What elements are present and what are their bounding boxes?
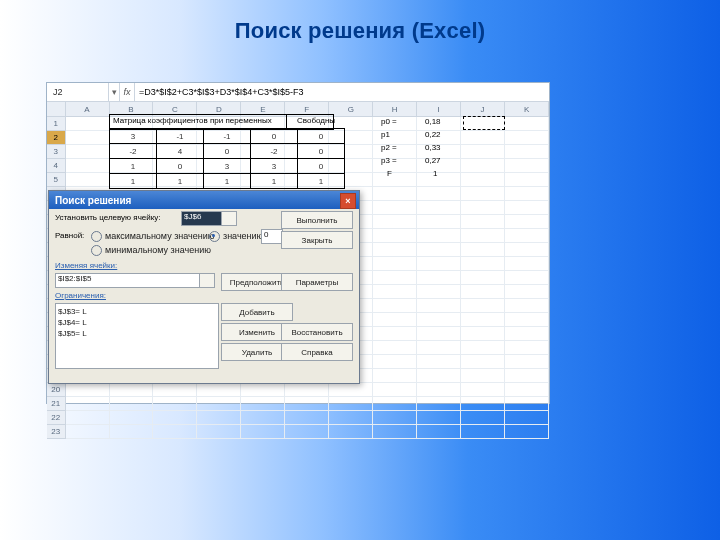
constraints-list[interactable]: $J$3= L $J$4= L $J$5= L — [55, 303, 219, 369]
cell[interactable] — [66, 397, 110, 411]
cell[interactable] — [373, 355, 417, 369]
cell[interactable] — [110, 383, 154, 397]
cell[interactable] — [373, 341, 417, 355]
row-header[interactable]: 3 — [47, 145, 66, 159]
cell[interactable] — [197, 425, 241, 439]
cell[interactable] — [461, 257, 505, 271]
cell[interactable] — [66, 131, 110, 145]
cell[interactable] — [285, 411, 329, 425]
cell[interactable] — [417, 369, 461, 383]
cell[interactable] — [417, 397, 461, 411]
cell[interactable] — [153, 411, 197, 425]
cell[interactable] — [197, 411, 241, 425]
cell[interactable] — [241, 425, 285, 439]
col-header[interactable]: I — [417, 102, 461, 117]
cell[interactable] — [505, 201, 549, 215]
row-header[interactable]: 22 — [47, 411, 66, 425]
cell[interactable] — [461, 187, 505, 201]
cell[interactable] — [505, 313, 549, 327]
range-picker-icon[interactable] — [199, 273, 215, 288]
cell[interactable] — [417, 313, 461, 327]
cell[interactable] — [373, 299, 417, 313]
constraint-item[interactable]: $J$5= L — [58, 328, 216, 339]
cell[interactable] — [241, 383, 285, 397]
cell[interactable] — [329, 397, 373, 411]
cell[interactable] — [417, 271, 461, 285]
cell[interactable] — [461, 299, 505, 313]
cell[interactable] — [461, 271, 505, 285]
cell[interactable] — [329, 425, 373, 439]
cell[interactable] — [373, 257, 417, 271]
cell[interactable] — [373, 285, 417, 299]
cell[interactable] — [110, 425, 154, 439]
cell[interactable] — [285, 397, 329, 411]
cell[interactable] — [461, 327, 505, 341]
cell[interactable] — [241, 411, 285, 425]
row-header[interactable]: 1 — [47, 117, 66, 131]
cell[interactable] — [417, 411, 461, 425]
cell[interactable] — [417, 173, 461, 187]
cell[interactable] — [461, 425, 505, 439]
row-header[interactable]: 21 — [47, 397, 66, 411]
range-picker-icon[interactable] — [221, 211, 237, 226]
cell[interactable] — [505, 215, 549, 229]
changing-cells-input[interactable]: $I$2:$I$5 — [55, 273, 201, 288]
cell[interactable] — [373, 271, 417, 285]
constraint-item[interactable]: $J$4= L — [58, 317, 216, 328]
cell[interactable] — [66, 117, 110, 131]
cell[interactable] — [66, 173, 110, 187]
row-header[interactable]: 2 — [47, 131, 66, 145]
cell[interactable] — [461, 173, 505, 187]
cell[interactable] — [373, 313, 417, 327]
radio-value[interactable] — [209, 231, 220, 242]
cell[interactable] — [505, 187, 549, 201]
cell[interactable] — [417, 355, 461, 369]
cell[interactable] — [373, 327, 417, 341]
value-input[interactable]: 0 — [261, 229, 283, 244]
cell[interactable] — [505, 327, 549, 341]
name-dropdown-icon[interactable]: ▾ — [109, 87, 119, 97]
cell[interactable] — [373, 215, 417, 229]
cell[interactable] — [153, 397, 197, 411]
cell[interactable] — [417, 243, 461, 257]
cell[interactable] — [461, 215, 505, 229]
cell[interactable] — [461, 159, 505, 173]
cell[interactable] — [461, 229, 505, 243]
cell[interactable] — [417, 327, 461, 341]
cell[interactable] — [505, 229, 549, 243]
cell[interactable] — [461, 411, 505, 425]
params-button[interactable]: Параметры — [281, 273, 353, 291]
cell[interactable] — [461, 243, 505, 257]
cell[interactable] — [505, 397, 549, 411]
cell[interactable] — [417, 383, 461, 397]
cell[interactable] — [197, 383, 241, 397]
cell[interactable] — [373, 425, 417, 439]
cell[interactable] — [373, 369, 417, 383]
cell[interactable] — [417, 257, 461, 271]
cell[interactable] — [505, 257, 549, 271]
col-header[interactable]: H — [373, 102, 417, 117]
cell[interactable] — [461, 355, 505, 369]
cell[interactable] — [373, 243, 417, 257]
row-header[interactable]: 4 — [47, 159, 66, 173]
cell[interactable] — [329, 411, 373, 425]
cell[interactable] — [417, 285, 461, 299]
target-cell-input[interactable]: $J$6 — [181, 211, 223, 226]
cell[interactable] — [241, 397, 285, 411]
cell[interactable] — [153, 425, 197, 439]
close-button[interactable]: Закрыть — [281, 231, 353, 249]
cell[interactable] — [461, 369, 505, 383]
reset-button[interactable]: Восстановить — [281, 323, 353, 341]
cell[interactable] — [461, 341, 505, 355]
cell[interactable] — [110, 397, 154, 411]
add-button[interactable]: Добавить — [221, 303, 293, 321]
cell[interactable] — [66, 411, 110, 425]
cell[interactable] — [417, 299, 461, 313]
cell[interactable] — [505, 285, 549, 299]
cell[interactable] — [373, 201, 417, 215]
cell[interactable] — [197, 397, 241, 411]
cell[interactable] — [461, 201, 505, 215]
cell[interactable] — [461, 313, 505, 327]
cell[interactable] — [417, 215, 461, 229]
formula-input[interactable]: =D3*$I$2+C3*$I$3+D3*$I$4+C3*$I$5-F3 — [135, 87, 549, 97]
